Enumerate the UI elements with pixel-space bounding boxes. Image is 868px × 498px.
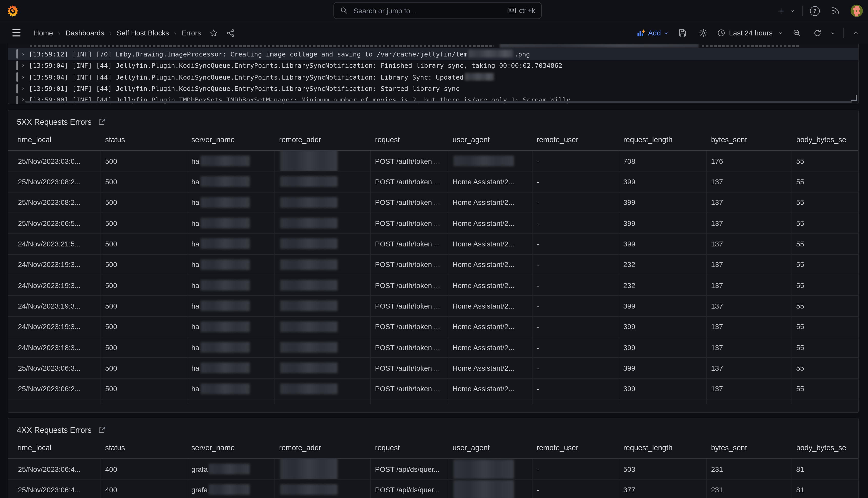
- menu-toggle[interactable]: [10, 27, 23, 39]
- plus-icon: [777, 6, 785, 15]
- refresh-button[interactable]: [811, 26, 824, 40]
- external-link-icon[interactable]: [98, 118, 105, 126]
- cell-user_agent: Home Assistant/2...: [448, 296, 532, 316]
- cell-request_length: 399: [619, 172, 707, 192]
- log-expand-chevron-icon[interactable]: ›: [21, 62, 25, 69]
- column-header-time_local[interactable]: time_local: [8, 135, 101, 144]
- log-row[interactable]: ›[13:59:04] [INF] [44] Jellyfin.Plugin.K…: [8, 60, 858, 71]
- column-header-body_bytes_se[interactable]: body_bytes_se: [792, 444, 858, 452]
- search-icon: [340, 7, 348, 14]
- cell-request_length: 399: [619, 379, 707, 399]
- chevron-up-icon: [853, 29, 859, 36]
- cell-status: 500: [101, 316, 187, 337]
- table-row: 25/Nov/2023:06:3...500haPOST /auth/token…: [8, 358, 858, 379]
- log-expand-chevron-icon[interactable]: ›: [21, 86, 25, 92]
- add-panel-icon: [637, 29, 645, 37]
- help-button[interactable]: ?: [808, 4, 822, 18]
- zoom-out-time-button[interactable]: [790, 26, 804, 40]
- cell-bytes_sent: 137: [707, 234, 792, 254]
- topbar-divider: [802, 6, 803, 16]
- redacted-block: [200, 176, 249, 187]
- new-button[interactable]: [775, 4, 787, 17]
- cell-server_name: ha: [187, 254, 275, 275]
- cell-user_agent: Home Assistant/2...: [448, 358, 532, 378]
- log-expand-chevron-icon[interactable]: ›: [21, 74, 25, 81]
- log-row[interactable]: ›[13:59:00] [INF] [44] Jellyfin.Plugin.T…: [8, 94, 858, 104]
- cell-remote_addr: [275, 459, 371, 479]
- time-range-picker[interactable]: Last 24 hours: [717, 29, 783, 37]
- user-avatar[interactable]: [851, 5, 863, 17]
- share-button[interactable]: [226, 28, 235, 37]
- chevron-down-icon: [830, 30, 836, 36]
- collapse-toolbar-button[interactable]: [850, 27, 862, 39]
- column-header-remote_user[interactable]: remote_user: [532, 135, 619, 144]
- panel-resize-handle[interactable]: [851, 95, 857, 101]
- search-bar[interactable]: ctrl+k: [334, 2, 542, 19]
- breadcrumb-item-dashboards[interactable]: Dashboards: [65, 29, 104, 37]
- column-header-remote_user[interactable]: remote_user: [532, 444, 619, 452]
- cell-request: POST /auth/token ...: [371, 213, 448, 233]
- add-panel-button[interactable]: Add: [637, 29, 669, 37]
- column-header-status[interactable]: status: [101, 135, 187, 144]
- column-header-time_local[interactable]: time_local: [8, 444, 101, 452]
- save-dashboard-button[interactable]: [676, 26, 690, 40]
- stub-cell: [792, 399, 858, 404]
- grafana-dashboard: ctrl+k ?: [0, 0, 868, 498]
- cell-remote_user: -: [532, 480, 619, 498]
- column-header-request_length[interactable]: request_length: [619, 444, 707, 452]
- column-header-server_name[interactable]: server_name: [187, 444, 275, 452]
- grafana-logo[interactable]: [7, 5, 19, 17]
- cell-remote_user: -: [532, 192, 619, 212]
- cell-server_name: ha: [187, 234, 275, 254]
- panel-title[interactable]: 4XX Requests Errors: [17, 425, 92, 435]
- cell-time_local: 25/Nov/2023:06:3...: [8, 358, 101, 378]
- cell-remote_addr: [275, 254, 371, 275]
- cell-remote_addr: [275, 172, 371, 192]
- column-header-user_agent[interactable]: user_agent: [448, 444, 532, 452]
- cell-remote_addr: [275, 151, 371, 171]
- column-header-status[interactable]: status: [101, 444, 187, 452]
- log-row[interactable]: ›[13:59:04] [INF] [44] Jellyfin.Plugin.K…: [8, 71, 858, 83]
- column-header-user_agent[interactable]: user_agent: [448, 135, 532, 144]
- star-icon: [209, 28, 218, 37]
- log-row[interactable]: ›[13:59:01] [INF] [44] Jellyfin.Plugin.K…: [8, 83, 858, 94]
- cell-status: 500: [101, 234, 187, 254]
- cell-body_bytes_sent: 55: [792, 172, 858, 192]
- breadcrumb-item-errors[interactable]: Errors: [181, 29, 201, 37]
- column-header-request[interactable]: request: [371, 444, 448, 452]
- column-header-body_bytes_se[interactable]: body_bytes_se: [792, 135, 858, 144]
- new-menu-caret[interactable]: [787, 6, 797, 16]
- log-expand-chevron-icon[interactable]: ›: [21, 96, 25, 103]
- cell-bytes_sent: 137: [707, 172, 792, 192]
- refresh-interval-caret[interactable]: [827, 27, 838, 38]
- breadcrumb-item-home[interactable]: Home: [34, 29, 53, 37]
- cell-time_local: 25/Nov/2023:08:2...: [8, 192, 101, 212]
- logs-horizontal-scrollbar[interactable]: [25, 101, 852, 103]
- cell-request: POST /auth/token ...: [371, 275, 448, 296]
- column-header-request_length[interactable]: request_length: [619, 135, 707, 144]
- log-row[interactable]: ›[13:59:12] [INF] [70] Emby.Drawing.Imag…: [8, 48, 858, 60]
- column-header-bytes_sent[interactable]: bytes_sent: [707, 135, 792, 144]
- cell-status: 400: [101, 459, 187, 479]
- favorite-star-button[interactable]: [209, 28, 218, 37]
- cell-remote_user: -: [532, 379, 619, 399]
- cell-server_name: ha: [187, 296, 275, 316]
- column-header-bytes_sent[interactable]: bytes_sent: [707, 444, 792, 452]
- cell-request_length: 399: [619, 234, 707, 254]
- cell-bytes_sent: 176: [707, 151, 792, 171]
- cell-request: POST /auth/token ...: [371, 151, 448, 171]
- news-button[interactable]: [829, 4, 842, 17]
- breadcrumb-item-self-host-blocks[interactable]: Self Host Blocks: [117, 29, 169, 37]
- cell-status: 500: [101, 275, 187, 296]
- dashboard-settings-button[interactable]: [696, 26, 710, 40]
- column-header-server_name[interactable]: server_name: [187, 135, 275, 144]
- column-header-remote_addr[interactable]: remote_addr: [275, 135, 371, 144]
- cell-server_name: ha: [187, 151, 275, 171]
- cell-bytes_sent: 137: [707, 296, 792, 316]
- search-input[interactable]: [352, 6, 507, 15]
- column-header-request[interactable]: request: [371, 135, 448, 144]
- column-header-remote_addr[interactable]: remote_addr: [275, 444, 371, 452]
- log-expand-chevron-icon[interactable]: ›: [21, 51, 25, 57]
- external-link-icon[interactable]: [98, 426, 105, 434]
- panel-title[interactable]: 5XX Requests Errors: [17, 117, 92, 127]
